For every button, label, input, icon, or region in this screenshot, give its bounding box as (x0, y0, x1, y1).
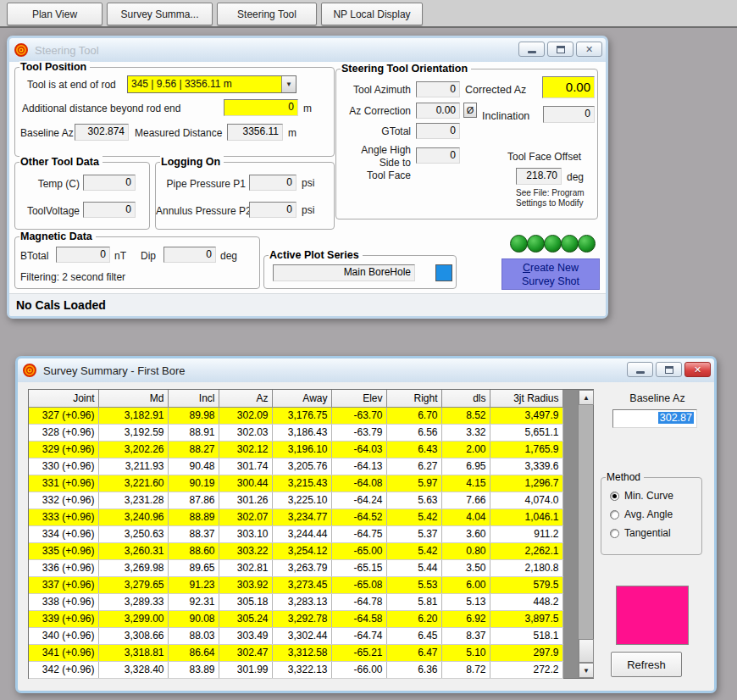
az-correction-field[interactable]: 0.00 (416, 103, 460, 119)
steering-titlebar[interactable]: Steering Tool ✕ (9, 38, 606, 62)
column-header-elev[interactable]: Elev (331, 390, 386, 407)
table-cell: 334 (+0.96) (29, 525, 98, 542)
table-row[interactable]: 328 (+0.96)3,192.5988.91302.033,186.43-6… (29, 424, 562, 441)
table-row[interactable]: 327 (+0.96)3,182.9189.98302.093,176.75-6… (29, 407, 562, 424)
other-tool-data-legend: Other Tool Data (19, 156, 103, 168)
table-cell: 4.04 (441, 508, 490, 525)
annulus-pressure-unit: psi (302, 204, 314, 216)
tab-steering-tool[interactable]: Steering Tool (217, 3, 317, 25)
baseline-az-field[interactable]: 302.874 (75, 124, 129, 141)
maximize-button[interactable] (656, 362, 682, 377)
table-cell: -64.13 (331, 458, 386, 475)
table-cell: 3.32 (441, 424, 490, 441)
survey-baseline-az-input[interactable]: 302.87 (612, 409, 697, 428)
table-row[interactable]: 333 (+0.96)3,240.9688.89302.073,234.77-6… (29, 508, 562, 525)
table-cell: 3,192.59 (98, 424, 168, 441)
table-cell: 341 (+0.96) (29, 644, 98, 661)
table-cell: 3,215.43 (272, 475, 331, 492)
method-group: Method Min. CurveAvg. AngleTangential (601, 477, 702, 555)
table-cell: -65.15 (331, 559, 386, 576)
other-tool-data-group: Other Tool Data Temp (C) 0 ToolVoltage 0 (14, 162, 150, 230)
table-cell: 6.20 (386, 610, 441, 627)
table-cell: 3,225.10 (272, 492, 331, 508)
tool-face-offset-field[interactable]: 218.70 (516, 168, 562, 185)
radio-icon (610, 529, 619, 538)
method-radio-avg-angle[interactable]: Avg. Angle (610, 505, 698, 524)
plot-series-color-swatch[interactable] (435, 264, 452, 281)
additional-distance-unit: m (303, 103, 312, 114)
table-cell: 4.15 (441, 475, 490, 492)
tab-survey-summary[interactable]: Survey Summa... (107, 3, 213, 25)
method-radio-tangential[interactable]: Tangential (610, 524, 698, 542)
table-row[interactable]: 336 (+0.96)3,269.9889.65302.813,263.79-6… (29, 559, 562, 576)
vertical-scrollbar[interactable]: ▲ ▼ (578, 390, 593, 678)
close-button[interactable]: ✕ (684, 362, 711, 377)
table-row[interactable]: 341 (+0.96)3,318.8186.64302.473,312.58-6… (29, 644, 562, 661)
refresh-button[interactable]: Refresh (611, 652, 682, 677)
table-row[interactable]: 329 (+0.96)3,202.2688.27302.123,196.10-6… (29, 441, 562, 458)
table-cell: 3,302.44 (272, 627, 331, 644)
table-row[interactable]: 339 (+0.96)3,299.0090.08305.243,292.78-6… (29, 610, 562, 627)
column-header-dls[interactable]: dls (441, 390, 490, 407)
scrollbar-thumb[interactable] (579, 639, 594, 663)
window-title: Survey Summary - First Bore (43, 364, 186, 377)
table-cell: 333 (+0.96) (29, 508, 98, 525)
rod-position-value: 345 | 9.56 | 3356.11 m (128, 76, 281, 92)
create-new-survey-shot-button[interactable]: Create New Survey Shot (501, 258, 600, 290)
corrected-az-label: Corrected Az (465, 84, 526, 96)
table-row[interactable]: 334 (+0.96)3,250.6388.37303.103,244.44-6… (29, 525, 562, 542)
table-row[interactable]: 331 (+0.96)3,221.6090.19300.443,215.43-6… (29, 475, 562, 492)
column-header-3jt-radius[interactable]: 3jt Radius (490, 390, 562, 407)
maximize-icon (557, 46, 565, 53)
column-header-az[interactable]: Az (219, 390, 272, 407)
table-row[interactable]: 338 (+0.96)3,289.3392.31305.183,283.13-6… (29, 593, 562, 610)
green-led-indicator (510, 235, 528, 253)
survey-table: JointMdInclAzAwayElevRightdls3jt Radius … (29, 390, 563, 679)
column-header-md[interactable]: Md (98, 390, 168, 407)
rod-position-dropdown[interactable]: 345 | 9.56 | 3356.11 m ▼ (127, 75, 296, 93)
table-cell: 5.37 (386, 525, 441, 542)
minimize-button[interactable] (627, 362, 653, 377)
column-header-incl[interactable]: Incl (168, 390, 219, 407)
table-cell: 342 (+0.96) (29, 661, 98, 678)
green-led-indicator (578, 235, 596, 253)
minimize-button[interactable] (518, 42, 545, 57)
table-row[interactable]: 332 (+0.96)3,231.2887.86301.263,225.10-6… (29, 492, 562, 508)
column-header-away[interactable]: Away (272, 390, 331, 407)
table-cell: -64.74 (331, 627, 386, 644)
method-radio-min-curve[interactable]: Min. Curve (610, 486, 698, 505)
measured-distance-unit: m (288, 127, 296, 139)
scroll-up-button[interactable]: ▲ (579, 390, 594, 405)
table-row[interactable]: 342 (+0.96)3,328.4083.89301.993,322.13-6… (29, 661, 562, 678)
tab-plan-view[interactable]: Plan View (7, 3, 103, 25)
rod-label: Tool is at end of rod (27, 79, 116, 91)
table-row[interactable]: 337 (+0.96)3,279.6591.23303.923,273.45-6… (29, 576, 562, 593)
survey-titlebar[interactable]: Survey Summary - First Bore ✕ (18, 358, 714, 382)
table-cell: 8.37 (441, 627, 490, 644)
table-row[interactable]: 335 (+0.96)3,260.3188.60303.223,254.12-6… (29, 542, 562, 559)
bore-color-swatch[interactable] (616, 586, 689, 645)
scroll-down-button[interactable]: ▼ (579, 663, 594, 678)
inclination-label: Inclination (482, 110, 529, 122)
close-button[interactable]: ✕ (576, 42, 602, 57)
survey-baseline-az-label: Baseline Az (611, 392, 704, 404)
active-plot-series-field[interactable]: Main BoreHole (273, 264, 415, 281)
table-cell: 5.97 (386, 475, 441, 492)
btotal-field: 0 (56, 247, 110, 263)
table-cell: 3,279.65 (98, 576, 168, 593)
zero-correction-button[interactable]: Ø (463, 103, 477, 118)
table-cell: 6.27 (386, 458, 441, 475)
additional-distance-input[interactable]: 0 (224, 99, 298, 116)
tab-np-local-display[interactable]: NP Local Display (321, 3, 423, 25)
table-cell: -64.78 (331, 593, 386, 610)
table-cell: 340 (+0.96) (29, 627, 98, 644)
table-cell: 90.08 (168, 610, 219, 627)
chevron-down-icon[interactable]: ▼ (281, 76, 296, 92)
table-row[interactable]: 330 (+0.96)3,211.9390.48301.743,205.76-6… (29, 458, 562, 475)
table-cell: 3,234.77 (272, 508, 331, 525)
maximize-button[interactable] (547, 42, 574, 57)
column-header-right[interactable]: Right (386, 390, 441, 407)
az-correction-label: Az Correction (336, 105, 411, 117)
table-row[interactable]: 340 (+0.96)3,308.6688.03303.493,302.44-6… (29, 627, 562, 644)
column-header-joint[interactable]: Joint (29, 390, 98, 407)
